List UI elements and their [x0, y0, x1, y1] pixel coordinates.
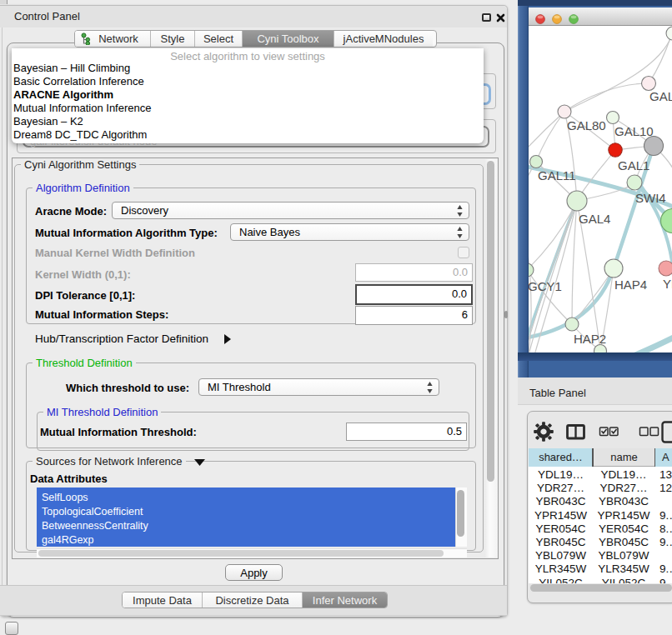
svg-text:GCY1: GCY1: [529, 279, 562, 293]
svg-text:HAP4: HAP4: [614, 278, 647, 292]
svg-text:GAL7: GAL7: [649, 89, 672, 103]
svg-text:GAL4: GAL4: [579, 212, 610, 226]
svg-text:GAL10: GAL10: [614, 124, 654, 138]
svg-text:GAL80: GAL80: [567, 118, 606, 132]
svg-text:GAL11: GAL11: [538, 168, 576, 182]
svg-text:HAP2: HAP2: [574, 332, 606, 346]
svg-text:YD: YD: [663, 277, 672, 291]
svg-text:SWI4: SWI4: [635, 191, 666, 205]
svg-text:GAL1: GAL1: [618, 158, 649, 172]
